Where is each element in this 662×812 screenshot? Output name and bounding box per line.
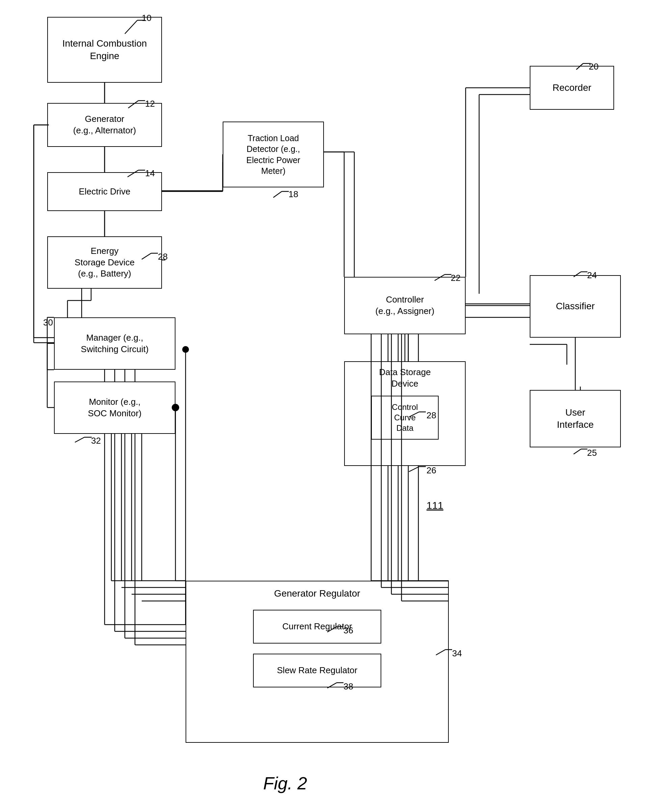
generator-box: Generator(e.g., Alternator) (47, 103, 162, 147)
system-number: 111 (426, 500, 443, 511)
label-38: 38 (344, 682, 353, 692)
diagram: Internal Combustion Engine 10 Generator(… (0, 0, 662, 812)
gen-regulator-box: Generator Regulator Current Regulator Sl… (186, 581, 449, 743)
svg-line-59 (75, 437, 84, 442)
svg-line-63 (409, 467, 419, 472)
label-25: 25 (587, 448, 597, 458)
electric-drive-box: Electric Drive (47, 172, 162, 211)
label-22: 22 (451, 273, 461, 283)
label-18: 18 (289, 189, 298, 200)
label-28-curve: 28 (426, 410, 436, 420)
slew-rate-box: Slew Rate Regulator (253, 654, 381, 688)
data-storage-box: Data StorageDevice ControlCurveData (344, 361, 466, 466)
label-32: 32 (91, 435, 101, 446)
traction-load-box: Traction LoadDetector (e.g.,Electric Pow… (223, 122, 324, 187)
energy-storage-box: EnergyStorage Device(e.g., Battery) (47, 236, 162, 289)
label-10: 10 (142, 13, 151, 23)
svg-point-23 (182, 346, 189, 353)
label-28-energy: 28 (158, 251, 168, 262)
label-26: 26 (426, 465, 436, 476)
label-36: 36 (344, 625, 353, 636)
figure-label: Fig. 2 (263, 773, 307, 793)
recorder-box: Recorder (530, 66, 614, 110)
label-20: 20 (589, 61, 599, 72)
label-12: 12 (145, 98, 155, 109)
user-interface-box: UserInterface (530, 390, 621, 447)
svg-line-49 (273, 192, 282, 198)
label-34: 34 (452, 648, 462, 659)
svg-line-65 (574, 449, 581, 454)
current-regulator-box: Current Regulator (253, 610, 381, 643)
classifier-box: Classifier (530, 275, 621, 338)
label-14: 14 (145, 168, 155, 179)
label-24: 24 (587, 270, 597, 280)
label-30: 30 (43, 317, 53, 328)
monitor-box: Monitor (e.g.,SOC Monitor) (54, 382, 175, 434)
controller-box: Controller(e.g., Assigner) (344, 277, 466, 334)
ice-box: Internal Combustion Engine (47, 17, 162, 83)
manager-box: Manager (e.g.,Switching Circuit) (54, 317, 175, 370)
